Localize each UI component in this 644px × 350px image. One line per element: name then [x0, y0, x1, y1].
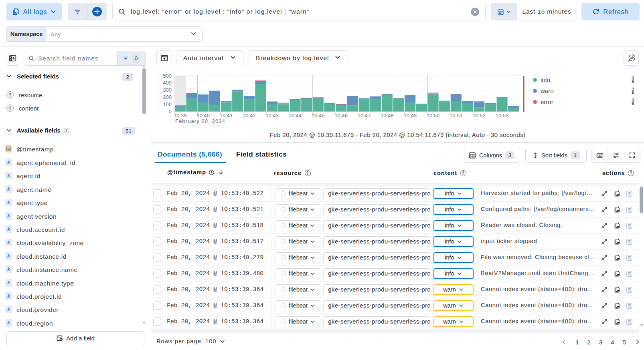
svg-text:10:41: 10:41 [220, 113, 233, 119]
svg-text:10:48: 10:48 [381, 113, 394, 119]
svg-text:10:42: 10:42 [243, 113, 256, 119]
svg-text:10:52: 10:52 [472, 113, 486, 119]
svg-text:10:45: 10:45 [312, 113, 325, 119]
svg-text:10:51: 10:51 [450, 113, 463, 119]
svg-text:10:46: 10:46 [334, 113, 348, 119]
svg-text:100: 100 [163, 101, 172, 107]
svg-text:500: 500 [163, 73, 172, 79]
svg-text:400: 400 [163, 80, 172, 86]
svg-text:10:53: 10:53 [496, 113, 509, 119]
svg-text:10:40: 10:40 [196, 113, 210, 119]
svg-text:warn: warn [540, 87, 554, 94]
svg-text:10:44: 10:44 [289, 113, 302, 119]
svg-text:300: 300 [163, 87, 172, 93]
svg-text:February 20, 2024: February 20, 2024 [175, 118, 225, 124]
svg-text:10:43: 10:43 [265, 113, 279, 119]
svg-text:10:50: 10:50 [427, 113, 440, 119]
svg-text:info: info [541, 76, 550, 83]
svg-text:0: 0 [169, 109, 172, 115]
svg-text:200: 200 [163, 94, 172, 100]
svg-text:10:49: 10:49 [403, 113, 417, 119]
svg-text:10:47: 10:47 [358, 113, 371, 119]
svg-text:10:39: 10:39 [174, 113, 187, 119]
svg-text:error: error [541, 99, 553, 105]
